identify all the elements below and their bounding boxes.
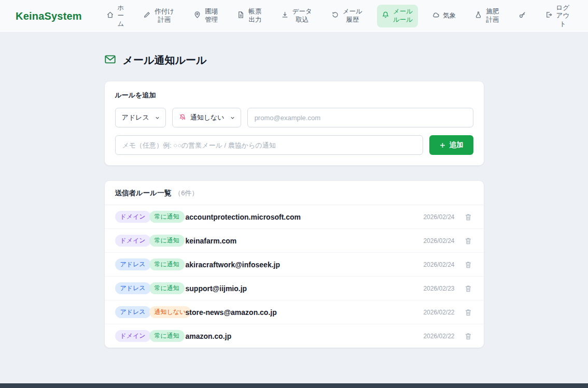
type-badge: アドレス — [115, 258, 151, 270]
add-rule-button[interactable]: 追加 — [429, 135, 473, 155]
trash-icon — [464, 332, 472, 340]
nav-item-mail-rules[interactable]: メールルール — [377, 5, 418, 27]
nav-item-data-import[interactable]: データ取込 — [276, 5, 317, 27]
rule-date: 2026/02/24 — [423, 261, 454, 268]
trash-icon — [464, 284, 472, 293]
rule-type-select[interactable]: アドレス — [115, 108, 166, 127]
nav-item-planting-plan[interactable]: 作付け計画 — [138, 5, 179, 27]
type-badge: アドレス — [115, 306, 151, 318]
nav-item-report-output[interactable]: 帳票出力 — [232, 5, 267, 27]
main-content: メール通知ルール ルールを追加 アドレス 通知しない 追加 — [104, 33, 484, 348]
page-title-text: メール通知ルール — [123, 53, 207, 67]
nav-item-fertilizer-plan[interactable]: 施肥計画 — [470, 5, 504, 27]
bell-mute-icon — [179, 113, 186, 122]
add-rule-row-2: 追加 — [115, 135, 473, 155]
rules-list-card: 送信者ルール一覧 （6件） ドメイン 常に通知 accountprotectio… — [104, 180, 484, 348]
rule-date: 2026/02/24 — [423, 213, 454, 221]
envelope-icon — [104, 53, 116, 67]
chevron-down-icon — [155, 115, 160, 121]
footer-bar — [0, 383, 588, 388]
nav-label: 圃場管理 — [204, 8, 218, 24]
nav-label: 帳票出力 — [248, 8, 262, 24]
document-icon — [237, 11, 245, 21]
main-nav: ホーム 作付け計画 圃場管理 帳票出力 データ取込 メール履歴 メールルール — [102, 1, 575, 32]
nav-label: データ取込 — [292, 8, 313, 24]
nav-label: 気象 — [443, 12, 456, 20]
rule-date: 2026/02/22 — [423, 309, 454, 316]
map-pin-icon — [193, 11, 201, 21]
rule-action-select[interactable]: 通知しない — [172, 108, 241, 127]
home-icon — [106, 11, 114, 21]
action-badge: 常に通知 — [149, 258, 185, 270]
rule-address: store-news@amazon.co.jp — [186, 308, 277, 317]
delete-rule-button[interactable] — [463, 260, 473, 270]
add-button-label: 追加 — [450, 140, 464, 150]
trash-icon — [464, 237, 472, 245]
table-row: アドレス 常に通知 support@iijmio.jp 2026/02/23 — [105, 277, 484, 300]
pencil-icon — [143, 11, 151, 21]
rule-address: support@iijmio.jp — [186, 284, 247, 293]
delete-rule-button[interactable] — [463, 331, 473, 341]
nav-label: メールルール — [393, 8, 413, 24]
table-row: ドメイン 常に通知 amazon.co.jp 2026/02/22 — [105, 324, 484, 348]
nav-item-mail-history[interactable]: メール履歴 — [327, 5, 368, 27]
flask-icon — [474, 11, 482, 21]
history-icon — [331, 11, 339, 21]
action-badge: 常に通知 — [149, 330, 185, 342]
nav-item-weather[interactable]: 気象 — [427, 8, 460, 24]
type-badge: アドレス — [115, 282, 151, 294]
delete-rule-button[interactable] — [463, 212, 473, 222]
action-badge: 常に通知 — [149, 235, 185, 247]
nav-label: ホーム — [117, 4, 124, 28]
rule-action-value: 通知しない — [190, 113, 225, 122]
rules-list-header: 送信者ルール一覧 （6件） — [105, 181, 484, 205]
chevron-down-icon — [230, 115, 235, 121]
key-icon — [519, 11, 526, 21]
table-row: アドレス 常に通知 akiracraftwork@infoseek.jp 202… — [105, 253, 484, 277]
download-icon — [281, 11, 289, 21]
rule-address: akiracraftwork@infoseek.jp — [186, 261, 281, 269]
plus-icon — [439, 142, 446, 149]
nav-item-home[interactable]: ホーム — [102, 1, 129, 32]
trash-icon — [464, 213, 472, 221]
rule-date: 2026/02/24 — [423, 237, 454, 245]
type-badge: ドメイン — [115, 235, 151, 247]
action-badge: 通知しない — [149, 306, 191, 318]
table-row: ドメイン 常に通知 accountprotection.microsoft.co… — [105, 205, 484, 229]
table-row: アドレス 通知しない store-news@amazon.co.jp 2026/… — [105, 300, 484, 324]
rule-address: amazon.co.jp — [186, 332, 232, 340]
rule-address: accountprotection.microsoft.com — [186, 213, 301, 221]
delete-rule-button[interactable] — [463, 283, 473, 294]
table-row: ドメイン 常に通知 keinafarm.com 2026/02/24 — [105, 229, 484, 253]
nav-label: メール履歴 — [342, 8, 363, 24]
rule-address: keinafarm.com — [186, 237, 237, 245]
add-rule-title: ルールを追加 — [115, 91, 473, 100]
rule-date: 2026/02/22 — [423, 333, 454, 340]
nav-label: 施肥計画 — [485, 8, 499, 24]
add-rule-row-1: アドレス 通知しない — [115, 108, 473, 127]
top-header: KeinaSystem ホーム 作付け計画 圃場管理 帳票出力 データ取込 メー… — [0, 0, 588, 33]
type-badge: ドメイン — [115, 330, 151, 342]
type-badge: ドメイン — [115, 211, 151, 223]
rules-list-title: 送信者ルール一覧 — [115, 189, 172, 198]
action-badge: 常に通知 — [149, 211, 185, 223]
rules-count: （6件） — [174, 189, 198, 198]
add-rule-card: ルールを追加 アドレス 通知しない 追加 — [104, 81, 484, 166]
page-title: メール通知ルール — [104, 53, 484, 67]
logout-icon — [545, 11, 553, 21]
rule-type-value: アドレス — [122, 113, 149, 122]
app-logo[interactable]: KeinaSystem — [16, 10, 82, 22]
bell-icon — [382, 11, 389, 21]
nav-item-field-management[interactable]: 圃場管理 — [189, 5, 223, 27]
nav-label: 作付け計画 — [154, 8, 175, 24]
cloud-icon — [432, 11, 440, 21]
delete-rule-button[interactable] — [463, 307, 473, 318]
address-input[interactable] — [247, 108, 473, 127]
trash-icon — [464, 308, 472, 317]
memo-input[interactable] — [115, 135, 423, 155]
rule-date: 2026/02/23 — [423, 285, 454, 292]
nav-item-key[interactable] — [514, 8, 531, 24]
nav-item-logout[interactable]: ログアウト — [540, 1, 575, 32]
trash-icon — [464, 261, 472, 269]
delete-rule-button[interactable] — [463, 236, 473, 246]
